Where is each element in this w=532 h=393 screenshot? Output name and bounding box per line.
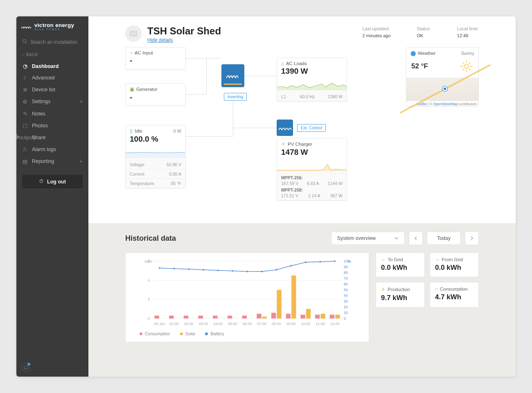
pv-charger-box[interactable]: ☀PV Charger 1478 W MPPT-256: 167.59 V6.8… bbox=[277, 138, 347, 201]
search-row[interactable]: Search an installation bbox=[16, 35, 88, 49]
svg-line-14 bbox=[469, 69, 470, 70]
historical-chart[interactable]: 02460102030405060708090100kWh%28 Jan01:0… bbox=[125, 253, 369, 342]
inverting-tag: Inverting bbox=[224, 93, 247, 101]
svg-rect-62 bbox=[330, 315, 334, 318]
svg-rect-40 bbox=[169, 316, 174, 318]
svg-rect-44 bbox=[198, 316, 203, 318]
ac-loads-box[interactable]: ⌂AC Loads 1390 W L1: 60.0 Hz 1390 W bbox=[277, 58, 347, 102]
stat-production[interactable]: ☀Production 9.7 kWh bbox=[376, 282, 425, 307]
svg-rect-55 bbox=[277, 290, 281, 318]
pv-node[interactable] bbox=[277, 120, 293, 136]
battery-box[interactable]: ▯Idle0 W 100.0 % Voltage:55.96 V Current… bbox=[125, 125, 186, 188]
today-button[interactable]: Today bbox=[427, 232, 461, 245]
ext-control-tag: Ext. Control bbox=[297, 124, 326, 132]
nav-photos[interactable]: ▢Photos bbox=[16, 120, 88, 131]
svg-text:09:00: 09:00 bbox=[286, 322, 296, 326]
stat-to-grid[interactable]: ←To Grid 0.0 kWh bbox=[376, 253, 425, 277]
svg-text:10: 10 bbox=[344, 311, 348, 315]
chevron-right-icon bbox=[470, 236, 474, 240]
plug-icon: ⎓ bbox=[130, 50, 133, 55]
historical-header: Historical data System overview Today bbox=[125, 231, 479, 245]
prev-button[interactable] bbox=[409, 231, 423, 245]
victron-waves-icon bbox=[278, 123, 291, 132]
svg-text:60: 60 bbox=[344, 282, 348, 286]
svg-point-76 bbox=[334, 260, 336, 262]
stat-consumption[interactable]: ⎓Consumption 4.7 kWh bbox=[430, 282, 479, 307]
overview-select[interactable]: System overview bbox=[331, 232, 405, 245]
nav-share[interactable]: �outputsShare bbox=[16, 131, 88, 143]
svg-text:2: 2 bbox=[148, 297, 150, 301]
brand-logo: victron energy BLUE POWER bbox=[16, 16, 88, 35]
next-button[interactable] bbox=[465, 231, 479, 245]
report-icon: ▤ bbox=[22, 158, 28, 165]
svg-rect-6 bbox=[130, 31, 137, 36]
installation-title: TSH Solar Shed bbox=[147, 25, 221, 37]
battery-icon: ▯ bbox=[130, 128, 133, 134]
plug-icon: ⎓ bbox=[435, 287, 438, 291]
svg-rect-54 bbox=[271, 313, 276, 318]
svg-text:08:00: 08:00 bbox=[272, 322, 281, 326]
chevron-left-icon bbox=[414, 236, 418, 240]
nav-notes[interactable]: ✎Notes bbox=[16, 108, 88, 120]
svg-text:%: % bbox=[348, 260, 351, 264]
hide-details-link[interactable]: Hide details bbox=[147, 37, 173, 43]
svg-rect-52 bbox=[257, 314, 261, 318]
svg-text:0: 0 bbox=[344, 316, 346, 321]
svg-text:28 Jan: 28 Jan bbox=[154, 322, 165, 326]
connector bbox=[186, 58, 221, 59]
location-map[interactable]: Leaflet | © OpenStreetMap contributors bbox=[406, 78, 479, 106]
connector bbox=[233, 99, 233, 136]
nav-dashboard[interactable]: ◔Dashboard bbox=[16, 60, 88, 72]
chart-legend: Consumption Solar Battery bbox=[131, 329, 363, 339]
battery-sparkline bbox=[126, 147, 185, 158]
meta-last-updated: Last updated: 2 minutes ago bbox=[362, 25, 390, 39]
generator-box[interactable]: ▣Generator - bbox=[125, 83, 186, 106]
logout-button[interactable]: Log out bbox=[22, 175, 83, 188]
main-content: TSH Solar Shed Hide details Last updated… bbox=[88, 16, 516, 377]
svg-text:kWh: kWh bbox=[145, 260, 152, 264]
victron-waves-icon bbox=[21, 23, 32, 31]
nav-device-list[interactable]: ≣Device list bbox=[16, 84, 88, 95]
svg-rect-61 bbox=[320, 314, 325, 318]
svg-line-15 bbox=[469, 63, 470, 64]
svg-text:02:00: 02:00 bbox=[184, 322, 194, 326]
svg-rect-50 bbox=[242, 316, 247, 318]
connector bbox=[233, 128, 277, 128]
svg-text:70: 70 bbox=[344, 276, 348, 280]
svg-point-70 bbox=[246, 271, 248, 272]
nav-reporting[interactable]: ▤Reporting+ bbox=[16, 155, 88, 167]
nav-advanced[interactable]: ⎎Advanced bbox=[16, 72, 88, 84]
svg-line-13 bbox=[463, 63, 464, 64]
nav-settings[interactable]: ⚙Settings+ bbox=[16, 95, 88, 108]
stat-from-grid[interactable]: →From Grid 0.0 kWh bbox=[430, 253, 479, 277]
svg-point-67 bbox=[203, 269, 204, 271]
arrow-left-icon: ← bbox=[381, 257, 386, 262]
connector bbox=[186, 94, 206, 95]
inverter-bar bbox=[224, 84, 242, 85]
svg-point-74 bbox=[305, 262, 307, 263]
historical-section: Historical data System overview Today 02… bbox=[88, 223, 516, 355]
connector bbox=[186, 136, 233, 137]
svg-text:11:00: 11:00 bbox=[316, 322, 325, 326]
svg-text:4: 4 bbox=[148, 278, 150, 282]
bell-icon: ⚠ bbox=[22, 146, 28, 152]
svg-rect-46 bbox=[213, 316, 217, 318]
ac-input-box[interactable]: ⎓AC Input - bbox=[125, 47, 186, 70]
back-link[interactable]: ‹ BACK bbox=[16, 49, 88, 60]
sun-icon: ☀ bbox=[381, 287, 385, 292]
search-icon bbox=[22, 39, 27, 45]
osm-link[interactable]: OpenStreetMap bbox=[433, 102, 458, 106]
svg-point-8 bbox=[464, 64, 469, 68]
nav-alarm-logs[interactable]: ⚠Alarm logs bbox=[16, 143, 88, 155]
svg-point-69 bbox=[232, 270, 233, 272]
console-icon bbox=[24, 365, 28, 370]
weather-box[interactable]: ⬤WeatherSunny 52 °F bbox=[406, 47, 479, 79]
svg-text:40: 40 bbox=[344, 294, 348, 298]
svg-text:10:00: 10:00 bbox=[301, 322, 311, 326]
svg-rect-59 bbox=[306, 309, 311, 318]
svg-point-66 bbox=[188, 269, 189, 270]
inverter-node[interactable] bbox=[221, 64, 244, 87]
svg-rect-42 bbox=[184, 316, 188, 318]
svg-text:04:00: 04:00 bbox=[213, 322, 223, 326]
remote-console-button[interactable] bbox=[21, 363, 30, 372]
